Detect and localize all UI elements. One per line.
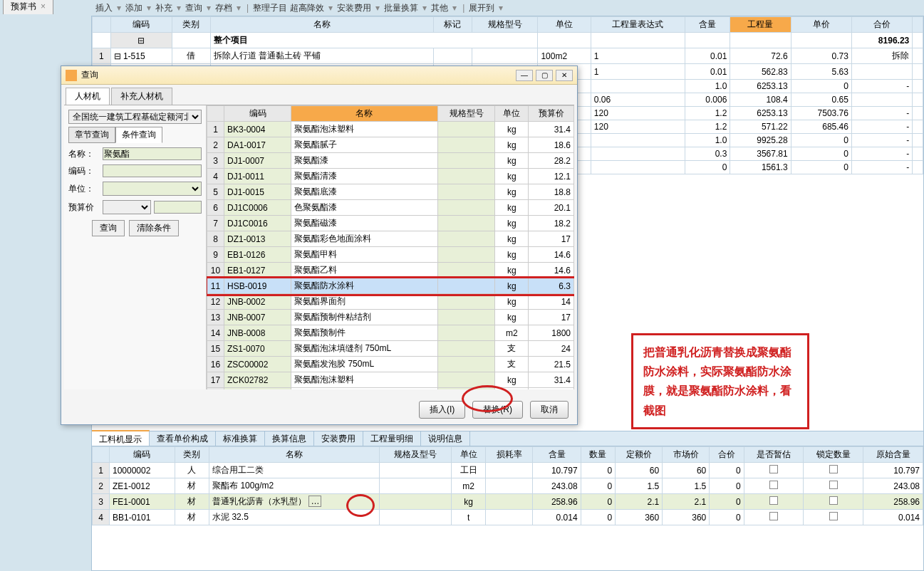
result-row[interactable]: 17ZCK02782聚氨酯泡沫塑料kg31.4 [207,372,574,388]
table-row[interactable]: 1⊟ 1-515借拆除人行道 普通黏土砖 平铺100m210.0172.60.7… [93,48,923,64]
tb-insert[interactable]: 插入 [95,2,113,14]
col-header[interactable]: 标记 [433,17,472,33]
code-input[interactable] [103,164,202,177]
tab-rcj[interactable]: 人材机 [66,88,110,105]
col-header[interactable]: 编码 [110,447,175,463]
col-header[interactable]: 名称 [209,447,379,463]
search-button[interactable]: 查询 [92,220,125,236]
tb-query[interactable]: 查询 [185,2,202,14]
clear-button[interactable]: 清除条件 [129,220,179,236]
maximize-button[interactable]: ▢ [536,70,553,81]
bottom-tab[interactable]: 工程量明细 [363,431,421,447]
col-header[interactable]: 单位 [538,17,591,33]
col-header[interactable]: 规格型号 [437,106,495,122]
estimate-checkbox[interactable] [769,512,778,520]
unit-select[interactable] [103,182,202,196]
col-header[interactable]: 原始含量 [863,447,923,463]
result-row[interactable]: 2DA1-0017聚氨酯腻子kg18.6 [207,137,574,153]
result-row[interactable]: 15ZS1-0070聚氨酯泡沫填缝剂 750mL支24 [207,341,574,357]
col-header[interactable]: 编码 [110,17,172,33]
result-row[interactable]: 13JNB-0007聚氨酯预制件粘结剂kg17 [207,310,574,325]
col-header[interactable]: 单价 [791,17,851,33]
subtab-condition[interactable]: 条件查询 [115,127,162,143]
col-header[interactable]: 含量 [533,447,581,463]
name-input[interactable] [103,147,202,160]
quota-select[interactable]: 全国统一建筑工程基础定额河北省消 [68,110,202,124]
bottom-tab[interactable]: 说明信息 [421,431,470,447]
col-header[interactable]: 合价 [710,447,744,463]
insert-button[interactable]: 插入(I) [419,401,465,419]
col-header[interactable]: 预算价 [529,106,574,122]
subtab-chapter[interactable]: 章节查询 [68,127,115,143]
material-row[interactable]: 110000002人综合用工二类工日10.79706060010.797 [93,463,923,478]
result-row[interactable]: 16ZSC00002聚氨酯发泡胶 750mL支21.5 [207,357,574,372]
ellipsis-button[interactable]: … [308,496,321,507]
bottom-tab[interactable]: 换算信息 [265,431,314,447]
bottom-tab[interactable]: 标准换算 [216,431,265,447]
replace-button[interactable]: 替换(R) [472,401,523,419]
col-header[interactable] [207,106,224,122]
tb-save[interactable]: 存档 [215,2,232,14]
tb-expand[interactable]: 展开到 [469,2,494,14]
col-header[interactable]: 规格型号 [472,17,538,33]
result-row[interactable]: 5DJ1-0015聚氨酯底漆kg18.8 [207,184,574,200]
tb-add[interactable]: 添加 [125,2,142,14]
col-header[interactable]: 类别 [172,17,210,33]
result-row[interactable]: 12JNB-0002聚氨酯界面剂kg14 [207,294,574,310]
col-header[interactable]: 损耗率 [486,447,533,463]
result-row[interactable]: 6DJ1C0006色聚氨酯漆kg20.1 [207,200,574,216]
result-row[interactable]: 3DJ1-0007聚氨酯漆kg28.2 [207,153,574,169]
material-row[interactable]: 3FE1-0001材普通乳化沥青（水乳型） …kg258.9602.12.102… [93,494,923,510]
bottom-tab[interactable]: 安装费用 [314,431,363,447]
col-header[interactable]: 是否暂估 [744,447,804,463]
col-header[interactable]: 规格及型号 [379,447,451,463]
result-row[interactable]: 4DJ1-0011聚氨酯清漆kg12.1 [207,169,574,184]
col-header[interactable]: 名称 [210,17,433,33]
bottom-tab[interactable]: 查看单价构成 [150,431,216,447]
col-header[interactable]: 锁定数量 [804,447,863,463]
result-row[interactable]: 1BK3-0004聚氨酯泡沫塑料kg31.4 [207,122,574,137]
estimate-checkbox[interactable] [769,496,778,505]
result-row[interactable]: 11HSB-0019聚氨酯防水涂料kg6.3 [207,278,574,294]
results-table[interactable]: 编码名称规格型号单位预算价 1BK3-0004聚氨酯泡沫塑料kg31.42DA1… [207,105,574,389]
estimate-checkbox[interactable] [769,481,778,489]
tb-install[interactable]: 安装费用 [337,2,371,14]
material-row[interactable]: 2ZE1-0012材聚酯布 100g/m2m2243.0801.51.50243… [93,478,923,494]
col-header[interactable]: 工程量 [730,17,791,33]
result-row[interactable]: 8DZ1-0013聚氨酯彩色地面涂料kg17 [207,231,574,247]
close-button[interactable]: ✕ [556,70,573,81]
cancel-button[interactable]: 取消 [530,401,569,419]
tb-supp[interactable]: 补充 [155,2,172,14]
col-header[interactable] [93,447,110,463]
material-row[interactable]: 4BB1-0101材水泥 32.5t0.014036036000.014 [93,510,923,525]
tb-batch[interactable]: 批量换算 [384,2,418,14]
col-header[interactable]: 单位 [495,106,529,122]
tab-supp-rcj[interactable]: 补充人材机 [111,88,172,105]
col-header[interactable]: 合价 [851,17,912,33]
col-header[interactable]: 市场价 [663,447,710,463]
col-header[interactable]: 编码 [224,106,291,122]
lock-checkbox[interactable] [829,512,838,520]
price-op-select[interactable] [103,200,151,214]
lock-checkbox[interactable] [829,481,838,489]
col-header[interactable]: 单位 [451,447,485,463]
tb-high[interactable]: 超高降效 [290,2,324,14]
material-table[interactable]: 编码类别名称规格及型号单位损耗率含量数量定额价市场价合价是否暂估锁定数量原始含量… [92,446,923,525]
lock-checkbox[interactable] [829,496,838,505]
col-header[interactable]: 含量 [685,17,730,33]
tb-tidy[interactable]: 整理子目 [253,2,287,14]
close-icon[interactable]: × [41,1,46,11]
tb-other[interactable]: 其他 [431,2,448,14]
result-row[interactable]: 18ZCK03018色聚氨酯漆各种颜色kg37 [207,388,574,390]
result-row[interactable]: 7DJ1C0016聚氨酯磁漆kg18.2 [207,216,574,231]
col-header[interactable]: 名称 [291,106,438,122]
dialog-titlebar[interactable]: 查询 — ▢ ✕ [61,66,577,85]
minimize-button[interactable]: — [516,70,533,81]
col-header[interactable] [93,17,111,33]
result-row[interactable]: 9EB1-0126聚氨酯甲料kg14.6 [207,247,574,263]
doc-tab[interactable]: 预算书× [3,0,53,14]
lock-checkbox[interactable] [829,465,838,473]
col-header[interactable]: 工程量表达式 [591,17,685,33]
col-header[interactable]: 类别 [175,447,209,463]
col-header[interactable]: 定额价 [616,447,663,463]
